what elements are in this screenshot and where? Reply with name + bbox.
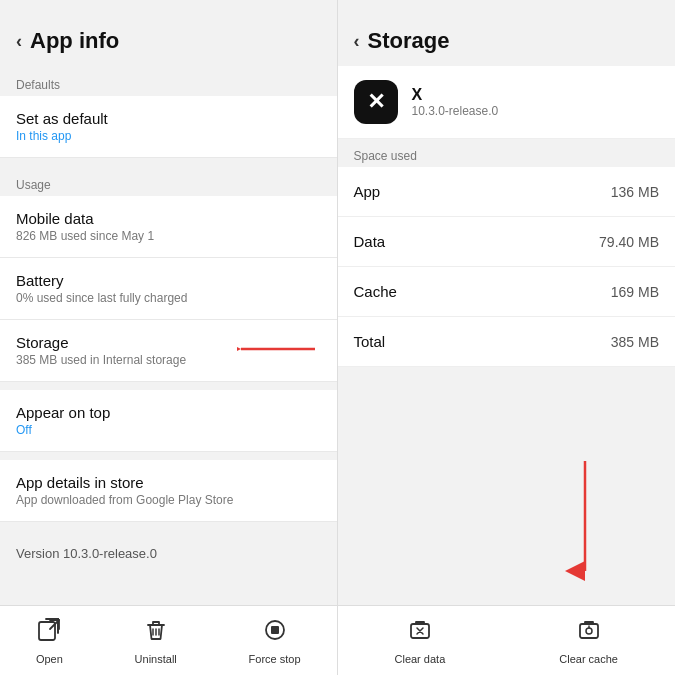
clear-data-label: Clear data [395, 653, 446, 665]
storage-row-cache: Cache 169 MB [338, 267, 676, 317]
mobile-data-subtitle: 826 MB used since May 1 [16, 229, 321, 243]
gap-3 [0, 452, 337, 460]
gap-4 [0, 522, 337, 530]
appear-on-top-subtitle: Off [16, 423, 321, 437]
mobile-data-title: Mobile data [16, 210, 321, 227]
mobile-data-item[interactable]: Mobile data 826 MB used since May 1 [0, 196, 337, 258]
storage-row-app-value: 136 MB [611, 184, 659, 200]
svg-point-12 [586, 628, 592, 634]
uninstall-label: Uninstall [135, 653, 177, 665]
left-bottom-bar: Open Uninstall F [0, 605, 337, 675]
battery-subtitle: 0% used since last fully charged [16, 291, 321, 305]
force-stop-icon [262, 617, 288, 649]
page-title-left: App info [30, 28, 119, 54]
open-label: Open [36, 653, 63, 665]
right-bottom-bar: Clear data Clear cache [338, 605, 676, 675]
storage-arrow-icon [237, 337, 317, 365]
uninstall-icon [143, 617, 169, 649]
storage-row-total: Total 385 MB [338, 317, 676, 367]
storage-row-data-label: Data [354, 233, 386, 250]
svg-rect-2 [39, 622, 55, 640]
space-used-label: Space used [338, 139, 676, 167]
right-header: ‹ Storage [338, 0, 676, 66]
page-title-right: Storage [368, 28, 450, 54]
storage-row-cache-value: 169 MB [611, 284, 659, 300]
back-button-right[interactable]: ‹ [354, 31, 360, 52]
app-details-title: App details in store [16, 474, 321, 491]
svg-rect-7 [271, 626, 279, 634]
battery-title: Battery [16, 272, 321, 289]
defaults-label: Defaults [0, 66, 337, 96]
appear-on-top-title: Appear on top [16, 404, 321, 421]
force-stop-label: Force stop [249, 653, 301, 665]
clear-data-button[interactable]: Clear data [395, 617, 446, 665]
storage-row-data: Data 79.40 MB [338, 217, 676, 267]
right-panel: ‹ Storage ✕ X 10.3.0-release.0 Space use… [338, 0, 676, 675]
clear-cache-arrow-icon [555, 461, 615, 585]
battery-item[interactable]: Battery 0% used since last fully charged [0, 258, 337, 320]
app-details-subtitle: App downloaded from Google Play Store [16, 493, 321, 507]
set-as-default-subtitle: In this app [16, 129, 321, 143]
force-stop-button[interactable]: Force stop [249, 617, 301, 665]
usage-label: Usage [0, 166, 337, 196]
app-details-item[interactable]: App details in store App downloaded from… [0, 460, 337, 522]
right-spacer [338, 367, 676, 605]
clear-cache-label: Clear cache [559, 653, 618, 665]
left-header: ‹ App info [0, 0, 337, 66]
storage-row-total-label: Total [354, 333, 386, 350]
open-icon [36, 617, 62, 649]
set-as-default-title: Set as default [16, 110, 321, 127]
version-text: Version 10.3.0-release.0 [16, 546, 157, 561]
storage-row-app: App 136 MB [338, 167, 676, 217]
storage-row-total-value: 385 MB [611, 334, 659, 350]
clear-cache-button[interactable]: Clear cache [559, 617, 618, 665]
set-as-default-item[interactable]: Set as default In this app [0, 96, 337, 158]
back-button-left[interactable]: ‹ [16, 31, 22, 52]
app-meta: X 10.3.0-release.0 [412, 86, 499, 118]
gap-2 [0, 382, 337, 390]
app-name: X [412, 86, 499, 104]
storage-row-data-value: 79.40 MB [599, 234, 659, 250]
app-icon: ✕ [354, 80, 398, 124]
left-panel: ‹ App info Defaults Set as default In th… [0, 0, 337, 675]
appear-on-top-item[interactable]: Appear on top Off [0, 390, 337, 452]
storage-row-app-label: App [354, 183, 381, 200]
uninstall-button[interactable]: Uninstall [135, 617, 177, 665]
version-section: Version 10.3.0-release.0 [0, 530, 337, 576]
storage-item[interactable]: Storage 385 MB used in Internal storage [0, 320, 337, 382]
gap-1 [0, 158, 337, 166]
storage-row-cache-label: Cache [354, 283, 397, 300]
open-button[interactable]: Open [36, 617, 63, 665]
clear-cache-icon [576, 617, 602, 649]
app-info-card: ✕ X 10.3.0-release.0 [338, 66, 676, 139]
clear-data-icon [407, 617, 433, 649]
left-content: Defaults Set as default In this app Usag… [0, 66, 337, 605]
app-version: 10.3.0-release.0 [412, 104, 499, 118]
